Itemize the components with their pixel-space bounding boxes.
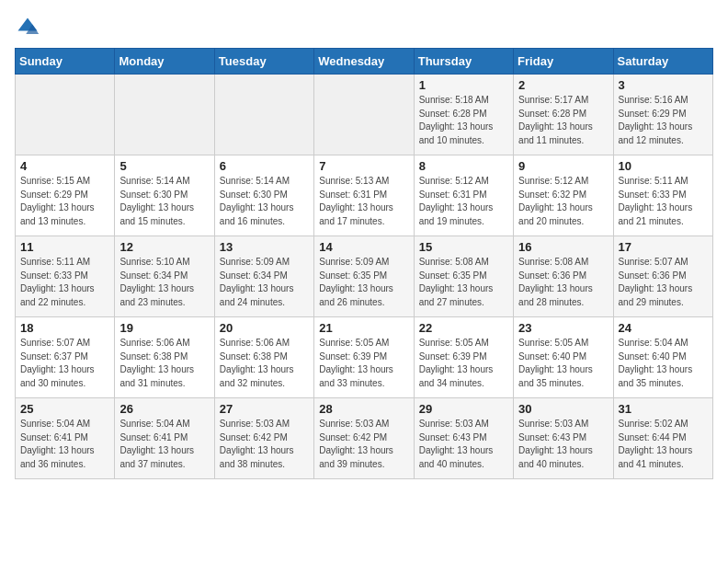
day-info: Sunrise: 5:10 AM Sunset: 6:34 PM Dayligh… — [119, 256, 209, 309]
day-number: 8 — [419, 159, 508, 173]
calendar-week-1: 1Sunrise: 5:18 AM Sunset: 6:28 PM Daylig… — [16, 75, 713, 155]
calendar-cell: 12Sunrise: 5:10 AM Sunset: 6:34 PM Dayli… — [115, 236, 214, 317]
day-number: 30 — [518, 402, 608, 416]
logo — [15, 15, 44, 40]
column-header-monday: Monday — [115, 49, 214, 75]
day-info: Sunrise: 5:07 AM Sunset: 6:37 PM Dayligh… — [20, 337, 109, 390]
day-info: Sunrise: 5:05 AM Sunset: 6:39 PM Dayligh… — [319, 337, 408, 390]
column-header-tuesday: Tuesday — [214, 49, 313, 75]
day-number: 10 — [619, 159, 708, 173]
calendar-cell: 8Sunrise: 5:12 AM Sunset: 6:31 PM Daylig… — [414, 155, 513, 236]
day-info: Sunrise: 5:03 AM Sunset: 6:42 PM Dayligh… — [220, 418, 309, 471]
calendar-cell: 16Sunrise: 5:08 AM Sunset: 6:36 PM Dayli… — [514, 236, 613, 317]
calendar-cell: 4Sunrise: 5:15 AM Sunset: 6:29 PM Daylig… — [16, 155, 115, 236]
page-header — [15, 15, 713, 40]
calendar-cell: 7Sunrise: 5:13 AM Sunset: 6:31 PM Daylig… — [314, 155, 414, 236]
calendar-week-4: 18Sunrise: 5:07 AM Sunset: 6:37 PM Dayli… — [16, 317, 713, 398]
day-number: 7 — [319, 159, 408, 173]
column-header-thursday: Thursday — [414, 49, 513, 75]
day-info: Sunrise: 5:06 AM Sunset: 6:38 PM Dayligh… — [220, 337, 309, 390]
calendar-cell: 29Sunrise: 5:03 AM Sunset: 6:43 PM Dayli… — [414, 398, 513, 479]
calendar-cell: 31Sunrise: 5:02 AM Sunset: 6:44 PM Dayli… — [613, 398, 712, 479]
calendar-cell: 22Sunrise: 5:05 AM Sunset: 6:39 PM Dayli… — [414, 317, 513, 398]
logo-icon — [15, 15, 40, 40]
column-header-wednesday: Wednesday — [314, 49, 414, 75]
calendar-cell: 24Sunrise: 5:04 AM Sunset: 6:40 PM Dayli… — [613, 317, 712, 398]
calendar-cell — [314, 75, 414, 155]
day-number: 11 — [20, 240, 109, 254]
calendar-cell: 3Sunrise: 5:16 AM Sunset: 6:29 PM Daylig… — [613, 75, 712, 155]
column-header-sunday: Sunday — [16, 49, 115, 75]
day-info: Sunrise: 5:18 AM Sunset: 6:28 PM Dayligh… — [419, 94, 508, 147]
day-info: Sunrise: 5:06 AM Sunset: 6:38 PM Dayligh… — [119, 337, 209, 390]
calendar-cell — [214, 75, 313, 155]
day-info: Sunrise: 5:11 AM Sunset: 6:33 PM Dayligh… — [20, 256, 109, 309]
day-number: 28 — [319, 402, 408, 416]
calendar-cell: 20Sunrise: 5:06 AM Sunset: 6:38 PM Dayli… — [214, 317, 313, 398]
calendar-cell: 21Sunrise: 5:05 AM Sunset: 6:39 PM Dayli… — [314, 317, 414, 398]
column-header-saturday: Saturday — [613, 49, 712, 75]
calendar-cell: 11Sunrise: 5:11 AM Sunset: 6:33 PM Dayli… — [16, 236, 115, 317]
day-number: 6 — [220, 159, 309, 173]
calendar-cell: 13Sunrise: 5:09 AM Sunset: 6:34 PM Dayli… — [214, 236, 313, 317]
day-info: Sunrise: 5:11 AM Sunset: 6:33 PM Dayligh… — [619, 175, 708, 228]
day-number: 29 — [419, 402, 508, 416]
day-number: 24 — [619, 321, 708, 335]
calendar-cell: 14Sunrise: 5:09 AM Sunset: 6:35 PM Dayli… — [314, 236, 414, 317]
day-number: 26 — [119, 402, 209, 416]
day-number: 16 — [518, 240, 608, 254]
day-number: 19 — [119, 321, 209, 335]
day-info: Sunrise: 5:09 AM Sunset: 6:34 PM Dayligh… — [220, 256, 309, 309]
day-info: Sunrise: 5:13 AM Sunset: 6:31 PM Dayligh… — [319, 175, 408, 228]
day-info: Sunrise: 5:04 AM Sunset: 6:41 PM Dayligh… — [119, 418, 209, 471]
calendar-cell: 5Sunrise: 5:14 AM Sunset: 6:30 PM Daylig… — [115, 155, 214, 236]
calendar-cell: 26Sunrise: 5:04 AM Sunset: 6:41 PM Dayli… — [115, 398, 214, 479]
day-number: 25 — [20, 402, 109, 416]
day-number: 14 — [319, 240, 408, 254]
day-number: 4 — [20, 159, 109, 173]
day-info: Sunrise: 5:07 AM Sunset: 6:36 PM Dayligh… — [619, 256, 708, 309]
day-number: 20 — [220, 321, 309, 335]
calendar-cell: 2Sunrise: 5:17 AM Sunset: 6:28 PM Daylig… — [514, 75, 613, 155]
calendar-cell: 10Sunrise: 5:11 AM Sunset: 6:33 PM Dayli… — [613, 155, 712, 236]
day-info: Sunrise: 5:05 AM Sunset: 6:39 PM Dayligh… — [419, 337, 508, 390]
day-info: Sunrise: 5:17 AM Sunset: 6:28 PM Dayligh… — [518, 94, 608, 147]
day-number: 12 — [119, 240, 209, 254]
calendar-cell: 25Sunrise: 5:04 AM Sunset: 6:41 PM Dayli… — [16, 398, 115, 479]
day-info: Sunrise: 5:04 AM Sunset: 6:40 PM Dayligh… — [619, 337, 708, 390]
calendar-cell: 18Sunrise: 5:07 AM Sunset: 6:37 PM Dayli… — [16, 317, 115, 398]
day-number: 13 — [220, 240, 309, 254]
day-number: 18 — [20, 321, 109, 335]
day-number: 27 — [220, 402, 309, 416]
column-header-friday: Friday — [514, 49, 613, 75]
calendar-cell: 27Sunrise: 5:03 AM Sunset: 6:42 PM Dayli… — [214, 398, 313, 479]
calendar-cell: 23Sunrise: 5:05 AM Sunset: 6:40 PM Dayli… — [514, 317, 613, 398]
day-number: 15 — [419, 240, 508, 254]
calendar-cell: 1Sunrise: 5:18 AM Sunset: 6:28 PM Daylig… — [414, 75, 513, 155]
calendar-table: SundayMondayTuesdayWednesdayThursdayFrid… — [15, 48, 713, 479]
day-info: Sunrise: 5:09 AM Sunset: 6:35 PM Dayligh… — [319, 256, 408, 309]
day-number: 2 — [518, 78, 608, 92]
calendar-week-2: 4Sunrise: 5:15 AM Sunset: 6:29 PM Daylig… — [16, 155, 713, 236]
day-info: Sunrise: 5:08 AM Sunset: 6:35 PM Dayligh… — [419, 256, 508, 309]
day-info: Sunrise: 5:02 AM Sunset: 6:44 PM Dayligh… — [619, 418, 708, 471]
day-info: Sunrise: 5:16 AM Sunset: 6:29 PM Dayligh… — [619, 94, 708, 147]
calendar-week-5: 25Sunrise: 5:04 AM Sunset: 6:41 PM Dayli… — [16, 398, 713, 479]
day-info: Sunrise: 5:03 AM Sunset: 6:42 PM Dayligh… — [319, 418, 408, 471]
day-info: Sunrise: 5:05 AM Sunset: 6:40 PM Dayligh… — [518, 337, 608, 390]
calendar-week-3: 11Sunrise: 5:11 AM Sunset: 6:33 PM Dayli… — [16, 236, 713, 317]
calendar-cell: 6Sunrise: 5:14 AM Sunset: 6:30 PM Daylig… — [214, 155, 313, 236]
day-number: 31 — [619, 402, 708, 416]
calendar-cell: 28Sunrise: 5:03 AM Sunset: 6:42 PM Dayli… — [314, 398, 414, 479]
day-number: 3 — [619, 78, 708, 92]
calendar-cell: 30Sunrise: 5:03 AM Sunset: 6:43 PM Dayli… — [514, 398, 613, 479]
day-number: 1 — [419, 78, 508, 92]
day-number: 5 — [119, 159, 209, 173]
day-info: Sunrise: 5:04 AM Sunset: 6:41 PM Dayligh… — [20, 418, 109, 471]
day-number: 9 — [518, 159, 608, 173]
day-info: Sunrise: 5:14 AM Sunset: 6:30 PM Dayligh… — [220, 175, 309, 228]
day-info: Sunrise: 5:08 AM Sunset: 6:36 PM Dayligh… — [518, 256, 608, 309]
calendar-cell — [16, 75, 115, 155]
day-number: 23 — [518, 321, 608, 335]
day-number: 22 — [419, 321, 508, 335]
